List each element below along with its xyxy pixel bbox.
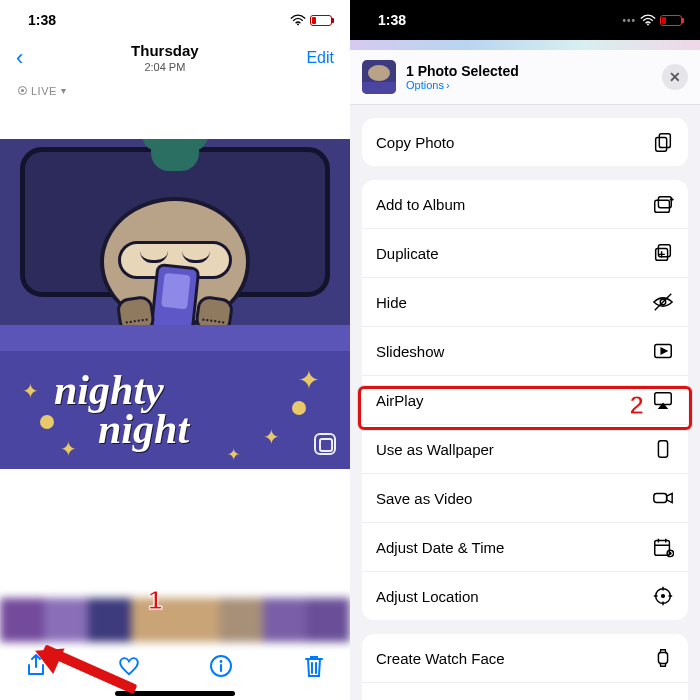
edit-button[interactable]: Edit <box>306 49 334 67</box>
folder-icon <box>652 696 674 700</box>
video-icon <box>652 487 674 509</box>
callout-1: 1 <box>148 585 162 616</box>
hide-icon <box>652 291 674 313</box>
option-label: Create Watch Face <box>376 650 505 667</box>
photo-header: ‹ Thursday 2:04 PM Edit <box>0 32 350 85</box>
option-label: Copy Photo <box>376 134 454 151</box>
option-add-to-album[interactable]: Add to Album <box>362 180 688 228</box>
info-icon[interactable] <box>209 653 233 679</box>
group-3: Create Watch FaceSave to FilesAssign to … <box>362 634 688 700</box>
chevron-down-icon: ▾ <box>61 85 67 96</box>
duplicate-icon <box>652 242 674 264</box>
album-icon <box>652 193 674 215</box>
svg-point-18 <box>662 595 665 598</box>
option-adjust-location[interactable]: Adjust Location <box>362 571 688 620</box>
battery-icon <box>310 15 332 26</box>
battery-icon <box>660 15 682 26</box>
option-label: Slideshow <box>376 343 444 360</box>
status-bar: 1:38 ••• <box>350 0 700 40</box>
sheet-header: 1 Photo Selected Options› ✕ <box>350 50 700 105</box>
option-duplicate[interactable]: Duplicate <box>362 228 688 277</box>
copy-icon <box>652 131 674 153</box>
group-1: Copy Photo <box>362 118 688 166</box>
svg-point-3 <box>647 23 649 25</box>
option-slideshow[interactable]: Slideshow <box>362 326 688 375</box>
annotation-arrow <box>44 644 144 654</box>
svg-rect-14 <box>654 493 667 502</box>
svg-rect-4 <box>659 134 670 148</box>
live-icon <box>18 86 27 95</box>
option-hide[interactable]: Hide <box>362 277 688 326</box>
svg-rect-19 <box>658 653 667 664</box>
option-label: AirPlay <box>376 392 424 409</box>
status-time: 1:38 <box>28 12 56 28</box>
photos-app-detail: 1:38 ‹ Thursday 2:04 PM Edit LIVE ▾ <box>0 0 350 700</box>
visual-lookup-icon[interactable] <box>314 433 336 455</box>
back-button[interactable]: ‹ <box>16 45 23 71</box>
location-icon <box>652 585 674 607</box>
live-badge[interactable]: LIVE ▾ <box>0 85 350 97</box>
option-label: Use as Wallpaper <box>376 441 494 458</box>
svg-point-2 <box>220 660 223 663</box>
photo-overlay-text: nighty night <box>54 371 189 451</box>
status-right <box>290 14 332 26</box>
option-label: Duplicate <box>376 245 439 262</box>
photo-preview[interactable]: ✦ ✦ ✦ ✦ ✦ nighty night <box>0 139 350 469</box>
wifi-icon <box>290 14 306 26</box>
option-label: Adjust Date & Time <box>376 539 504 556</box>
status-bar: 1:38 <box>0 0 350 32</box>
option-save-to-files[interactable]: Save to Files <box>362 682 688 700</box>
selected-title: 1 Photo Selected <box>406 63 519 79</box>
option-copy-photo[interactable]: Copy Photo <box>362 118 688 166</box>
option-save-as-video[interactable]: Save as Video <box>362 473 688 522</box>
share-sheet: 1:38 ••• 1 Photo Selected Options› ✕ Cop… <box>350 0 700 700</box>
watch-icon <box>652 647 674 669</box>
option-adjust-date-time[interactable]: Adjust Date & Time <box>362 522 688 571</box>
option-label: Save as Video <box>376 490 472 507</box>
option-label: Add to Album <box>376 196 465 213</box>
favorite-icon[interactable] <box>117 653 141 679</box>
option-use-as-wallpaper[interactable]: Use as Wallpaper <box>362 424 688 473</box>
svg-point-0 <box>297 23 299 25</box>
options-button[interactable]: Options› <box>406 79 519 91</box>
selected-thumbnail[interactable] <box>362 60 396 94</box>
status-time: 1:38 <box>378 12 406 28</box>
status-right: ••• <box>622 14 682 26</box>
option-create-watch-face[interactable]: Create Watch Face <box>362 634 688 682</box>
options-list[interactable]: Copy Photo Add to AlbumDuplicateHideSlid… <box>350 110 700 700</box>
header-day: Thursday <box>131 42 199 61</box>
photo-title: Thursday 2:04 PM <box>131 42 199 75</box>
option-label: Adjust Location <box>376 588 479 605</box>
svg-rect-6 <box>655 200 670 212</box>
option-label: Hide <box>376 294 407 311</box>
callout-2: 2 <box>630 390 644 421</box>
thumbnail-strip[interactable] <box>0 598 350 642</box>
live-label: LIVE <box>31 85 57 97</box>
close-button[interactable]: ✕ <box>662 64 688 90</box>
trash-icon[interactable] <box>302 653 326 679</box>
calendar-icon <box>652 536 674 558</box>
chevron-right-icon: › <box>446 79 450 91</box>
header-time: 2:04 PM <box>131 61 199 75</box>
svg-rect-5 <box>656 137 667 151</box>
svg-rect-13 <box>658 441 667 458</box>
wifi-icon <box>640 14 656 26</box>
phone-icon <box>652 438 674 460</box>
play-icon <box>652 340 674 362</box>
airplay-icon <box>652 389 674 411</box>
sheet-grabber-blur <box>350 40 700 50</box>
